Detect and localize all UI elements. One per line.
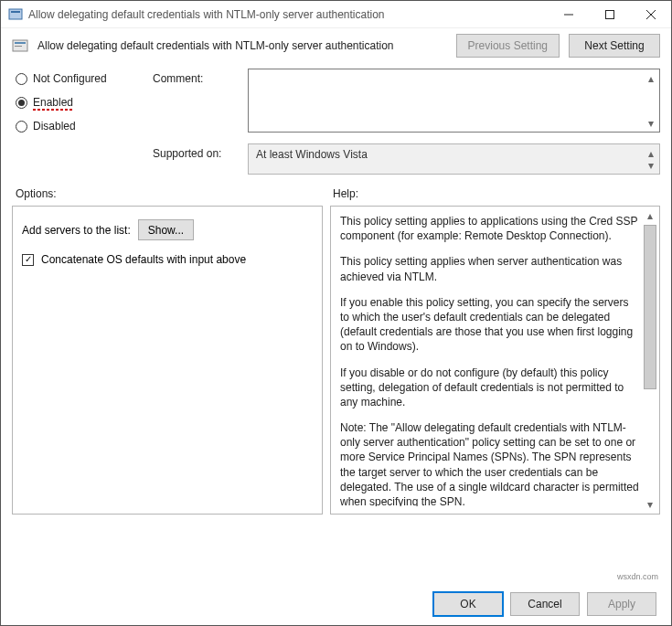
comment-input[interactable]: ▴ ▾ [248, 69, 660, 133]
concat-label: Concatenate OS defaults with input above [41, 253, 246, 266]
radio-icon [16, 121, 27, 133]
radio-label: Not Configured [33, 72, 107, 85]
next-setting-button[interactable]: Next Setting [569, 34, 660, 58]
radio-icon [16, 73, 27, 85]
ok-button[interactable]: OK [433, 592, 503, 616]
help-paragraph: If you disable or do not configure (by d… [340, 366, 639, 410]
options-header: Options: [16, 187, 333, 200]
dialog-footer: OK Cancel Apply [433, 592, 656, 616]
maximize-button[interactable] [589, 1, 630, 27]
svg-rect-1 [11, 11, 20, 13]
scroll-up-icon[interactable]: ▴ [644, 71, 657, 85]
config-area: Not Configured Enabled Disabled Comment:… [1, 63, 671, 175]
help-paragraph: This policy setting applies to applicati… [340, 214, 639, 243]
radio-not-configured[interactable]: Not Configured [16, 72, 134, 85]
help-header: Help: [333, 187, 660, 200]
concat-row[interactable]: ✓ Concatenate OS defaults with input abo… [22, 253, 313, 266]
help-pane: This policy setting applies to applicati… [330, 206, 660, 515]
supported-row: Supported on: At least Windows Vista ▴ ▾ [153, 143, 660, 175]
scroll-down-icon[interactable]: ▾ [643, 497, 657, 512]
minimize-button[interactable] [548, 1, 589, 27]
radio-icon [16, 97, 27, 109]
comment-label: Comment: [153, 69, 239, 85]
scrollbar-thumb[interactable] [644, 225, 656, 389]
previous-setting-button[interactable]: Previous Setting [456, 34, 560, 58]
help-content: This policy setting applies to applicati… [340, 214, 656, 506]
supported-on-box: At least Windows Vista ▴ ▾ [248, 143, 660, 175]
radio-label: Disabled [33, 120, 76, 133]
svg-rect-3 [605, 10, 613, 18]
scroll-down-icon[interactable]: ▾ [644, 116, 657, 130]
window-controls [548, 1, 671, 27]
help-paragraph: If you enable this policy setting, you c… [340, 295, 639, 355]
close-button[interactable] [630, 1, 671, 27]
help-paragraph: This policy setting applies when server … [340, 254, 639, 283]
apply-button[interactable]: Apply [587, 592, 656, 616]
help-paragraph: Note: The "Allow delegating default cred… [340, 420, 639, 506]
window-title: Allow delegating default credentials wit… [28, 8, 548, 21]
svg-rect-8 [15, 46, 22, 47]
supported-label: Supported on: [153, 143, 239, 160]
svg-rect-7 [15, 42, 26, 44]
help-scrollbar[interactable]: ▴ ▾ [643, 208, 657, 512]
add-servers-row: Add servers to the list: Show... [22, 219, 313, 240]
show-button[interactable]: Show... [138, 219, 194, 240]
watermark: wsxdn.com [617, 572, 658, 581]
supported-value: At least Windows Vista [256, 148, 368, 161]
panes: Add servers to the list: Show... ✓ Conca… [1, 206, 671, 515]
radio-label: Enabled [33, 96, 73, 109]
cancel-button[interactable]: Cancel [510, 592, 580, 616]
scrollbar-track[interactable] [643, 225, 657, 495]
policy-icon [12, 37, 28, 54]
comment-row: Comment: ▴ ▾ [153, 69, 660, 133]
svg-rect-0 [9, 9, 22, 19]
policy-title: Allow delegating default credentials wit… [37, 39, 447, 52]
radio-disabled[interactable]: Disabled [16, 120, 134, 133]
state-radio-group: Not Configured Enabled Disabled [16, 69, 134, 175]
scroll-up-icon[interactable]: ▴ [643, 208, 657, 223]
app-icon [8, 7, 23, 22]
scroll-down-icon[interactable]: ▾ [644, 158, 657, 172]
options-pane: Add servers to the list: Show... ✓ Conca… [12, 206, 323, 515]
add-servers-label: Add servers to the list: [22, 224, 131, 237]
radio-enabled[interactable]: Enabled [16, 96, 134, 109]
concat-checkbox[interactable]: ✓ [22, 254, 34, 266]
titlebar: Allow delegating default credentials wit… [1, 1, 671, 28]
section-headers: Options: Help: [1, 175, 671, 206]
fields-area: Comment: ▴ ▾ Supported on: At least Wind… [153, 69, 660, 175]
header-row: Allow delegating default credentials wit… [1, 28, 671, 63]
